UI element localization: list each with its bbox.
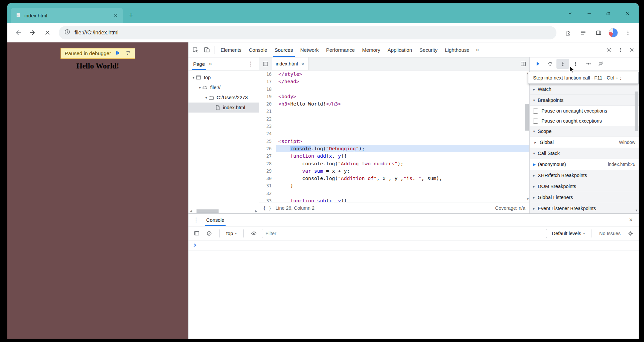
code-text[interactable]: <body> [276,93,529,100]
code-text[interactable]: var sum = x + y; [276,167,529,175]
line-number[interactable]: 26 [259,145,276,152]
tree-item-file[interactable]: ▾file:// [188,82,259,93]
disclosure-triangle-icon[interactable]: ▾ [191,75,196,80]
editor-file-tab[interactable]: index.html × [272,57,308,70]
restore-button[interactable] [599,3,618,23]
call-stack-frame[interactable]: ▶(anonymous)index.html:26 [530,159,639,170]
console-messages-area[interactable] [188,240,639,339]
tab-close-icon[interactable] [112,11,120,19]
toggle-debugger-sidebar-icon[interactable] [517,57,529,70]
line-number[interactable]: 23 [259,123,276,130]
scope-row-global[interactable]: ▸GlobalWindow [530,137,639,148]
console-filter-input[interactable] [262,229,547,238]
drawer-tab-console[interactable]: Console [204,214,227,226]
console-prompt-row[interactable] [188,240,639,250]
code-text[interactable]: function sub(x, y){ [276,197,529,202]
section-header-call-stack[interactable]: ▾Call Stack [530,148,639,159]
code-text[interactable]: <h3>Hello World!</h3> [276,100,529,108]
code-text[interactable] [276,190,529,197]
close-window-button[interactable] [618,3,637,23]
code-text[interactable] [276,130,529,137]
log-levels-dropdown[interactable]: Default levels ▾ [550,231,586,236]
line-number[interactable]: 22 [259,115,276,123]
forward-icon[interactable] [26,26,39,39]
code-text[interactable]: <script> [276,138,529,145]
devtools-tab-memory[interactable]: Memory [359,42,384,57]
step-into-button[interactable] [556,59,569,69]
code-text[interactable] [276,86,529,93]
context-selector[interactable]: top ▾ [225,231,238,236]
resume-script-button[interactable] [531,59,544,69]
device-toolbar-icon[interactable] [201,44,213,55]
site-info-icon[interactable] [64,29,71,36]
section-header-event-listener-breakpoints[interactable]: ▸Event Listener Breakpoints [530,203,639,213]
browser-menu-kebab-icon[interactable] [621,26,635,39]
disclosure-triangle-icon[interactable]: ▾ [198,86,202,90]
line-number[interactable]: 27 [259,152,276,160]
section-header-global-listeners[interactable]: ▸Global Listeners [530,192,639,203]
section-header-xhr-fetch-breakpoints[interactable]: ▸XHR/fetch Breakpoints [530,170,639,181]
devtools-tab-application[interactable]: Application [384,42,416,57]
devtools-tab-elements[interactable]: Elements [217,42,245,57]
section-header-watch[interactable]: ▸Watch [530,84,639,95]
profile-avatar[interactable] [609,28,618,37]
line-number[interactable]: 21 [259,108,276,115]
step-over-button[interactable] [544,59,556,69]
line-number[interactable]: 20 [259,100,276,108]
navigator-tab-page[interactable]: Page [191,57,207,70]
step-button[interactable] [582,59,595,69]
code-text[interactable]: </head> [276,78,529,85]
code-text[interactable] [276,123,529,130]
devtools-menu-kebab-icon[interactable] [615,44,626,55]
deactivate-breakpoints-button[interactable] [595,59,607,69]
section-header-scope[interactable]: ▾Scope [530,126,639,137]
code-text[interactable] [276,108,529,115]
line-number[interactable]: 28 [259,160,276,167]
side-panel-icon[interactable] [592,26,605,39]
line-number[interactable]: 31 [259,182,276,189]
code-text[interactable]: function add(x, y){ [276,152,529,160]
drawer-close-icon[interactable]: × [626,216,636,223]
checkbox[interactable] [533,109,538,114]
sidebar-scrollbar[interactable]: ▲ ▼ [634,71,639,213]
line-number[interactable]: 24 [259,130,276,137]
tree-item-c-users-2273[interactable]: ▾C:/Users/2273 [188,93,259,103]
checkbox-row-pause-on-uncaught-exceptions[interactable]: Pause on uncaught exceptions [530,106,639,116]
line-number[interactable]: 17 [259,78,276,85]
checkbox[interactable] [533,119,538,124]
toggle-navigator-icon[interactable] [259,57,272,70]
scrollbar-thumb[interactable] [197,209,219,213]
devtools-tab-console[interactable]: Console [245,42,271,57]
extensions-icon[interactable] [561,26,574,39]
tree-item-index-html[interactable]: index.html [188,103,259,113]
minimize-button[interactable] [579,3,599,23]
devtools-tab-network[interactable]: Network [297,42,323,57]
reading-list-icon[interactable] [576,26,590,39]
inspect-element-icon[interactable] [190,44,201,55]
line-number[interactable]: 19 [259,93,276,100]
editor-tab-close-icon[interactable]: × [301,61,304,67]
drawer-menu-kebab-icon[interactable]: ⋮ [191,216,201,223]
devtools-tab-sources[interactable]: Sources [271,42,297,57]
new-tab-button[interactable]: + [126,10,136,20]
navigator-hscrollbar[interactable]: ◀ ▶ [188,209,259,213]
more-tabs-icon[interactable]: » [473,46,482,53]
stop-loading-icon[interactable] [41,26,54,39]
section-header-breakpoints[interactable]: ▾Breakpoints [530,95,639,106]
disclosure-triangle-icon[interactable]: ▸ [533,140,538,145]
issues-counter[interactable]: No Issues [597,231,623,236]
editor-scrollbar-thumb[interactable] [525,104,529,131]
line-number[interactable]: 25 [259,138,276,145]
sidebar-scrollbar-thumb[interactable] [635,92,638,131]
devtools-settings-gear-icon[interactable] [603,44,615,55]
code-text[interactable] [276,115,529,123]
devtools-tab-security[interactable]: Security [416,42,441,57]
scroll-right-icon[interactable]: ▶ [255,209,257,213]
line-number[interactable]: 32 [259,190,276,197]
navigator-kebab-icon[interactable]: ⋮ [245,60,256,67]
line-number[interactable]: 18 [259,86,276,93]
section-header-dom-breakpoints[interactable]: ▸DOM Breakpoints [530,181,639,192]
devtools-close-icon[interactable] [626,44,637,55]
console-sidebar-icon[interactable] [192,229,201,238]
line-number[interactable]: 33 [259,197,276,202]
